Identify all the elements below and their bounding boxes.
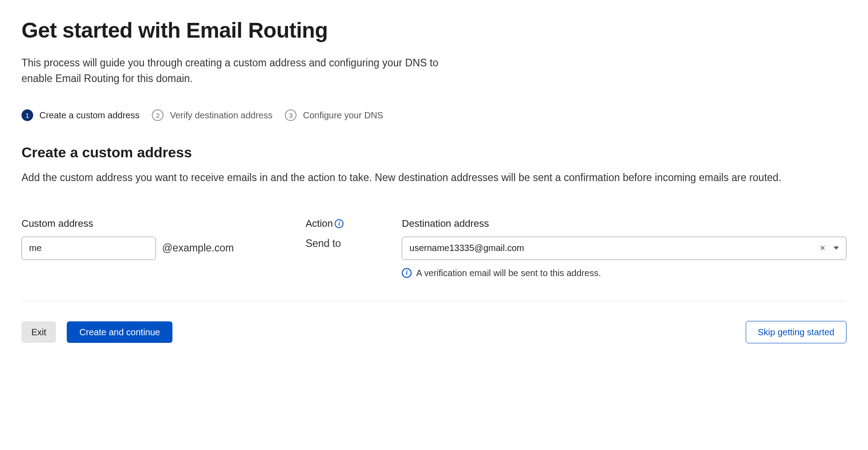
step-1[interactable]: 1 Create a custom address [21, 109, 139, 121]
destination-select-value: username13335@gmail.com [409, 243, 524, 253]
info-icon[interactable]: i [335, 219, 344, 228]
create-and-continue-button[interactable]: Create and continue [67, 321, 172, 343]
destination-select[interactable]: username13335@gmail.com ✕ [402, 237, 847, 260]
domain-suffix: @example.com [162, 242, 234, 254]
step-3-label: Configure your DNS [303, 110, 383, 121]
destination-info-row: i A verification email will be sent to t… [402, 268, 847, 278]
info-icon: i [402, 268, 412, 278]
step-1-number-icon: 1 [21, 109, 33, 121]
step-2-label: Verify destination address [170, 110, 272, 121]
destination-info-text: A verification email will be sent to thi… [416, 268, 601, 278]
destination-label: Destination address [402, 218, 847, 229]
step-3-number-icon: 3 [285, 109, 296, 121]
page-title: Get started with Email Routing [21, 18, 847, 43]
skip-getting-started-button[interactable]: Skip getting started [746, 321, 847, 343]
step-1-label: Create a custom address [39, 110, 139, 121]
clear-icon[interactable]: ✕ [818, 243, 827, 253]
form-row: Custom address @example.com Action i Sen… [21, 218, 847, 278]
caret-down-icon[interactable] [834, 247, 839, 250]
divider [21, 301, 847, 301]
custom-address-label: Custom address [21, 218, 234, 229]
footer-row: Exit Create and continue Skip getting st… [21, 321, 847, 343]
step-3[interactable]: 3 Configure your DNS [285, 109, 383, 121]
custom-address-group: @example.com [21, 237, 234, 260]
action-label-text: Action [305, 218, 333, 229]
steps-row: 1 Create a custom address 2 Verify desti… [21, 109, 847, 121]
section-title: Create a custom address [21, 144, 847, 161]
custom-address-input[interactable] [21, 237, 156, 260]
step-2-number-icon: 2 [152, 109, 163, 121]
custom-address-col: Custom address @example.com [21, 218, 234, 260]
destination-select-controls: ✕ [818, 243, 839, 253]
destination-col: Destination address username13335@gmail.… [402, 218, 847, 278]
action-value: Send to [305, 237, 344, 250]
footer-left: Exit Create and continue [21, 321, 172, 343]
exit-button[interactable]: Exit [21, 321, 56, 343]
action-label: Action i [305, 218, 344, 229]
step-2[interactable]: 2 Verify destination address [152, 109, 272, 121]
section-desc: Add the custom address you want to recei… [21, 170, 847, 186]
page-subtitle: This process will guide you through crea… [21, 55, 469, 86]
action-col: Action i Send to [305, 218, 344, 250]
